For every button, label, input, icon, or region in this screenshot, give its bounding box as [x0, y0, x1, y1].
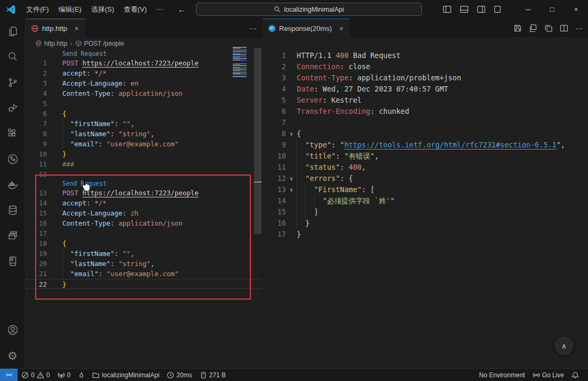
code-line[interactable]: 15 ] [263, 206, 588, 218]
more-actions-icon[interactable]: ··· [575, 24, 583, 32]
breadcrumb-symbol[interactable]: POST /people [75, 40, 124, 47]
code-line[interactable]: 13∨ "FirstName": [ [263, 184, 588, 195]
code-line[interactable]: 6Transfer-Encoding: chunked [263, 106, 588, 117]
token: [ [370, 185, 374, 194]
code-line[interactable]: 7 "firstName": "", [26, 119, 262, 129]
codelens-send-request[interactable]: Send Request [62, 50, 107, 57]
code-line[interactable]: 7 [263, 117, 588, 128]
sidebar-item-device-preview[interactable] [0, 249, 26, 274]
codelens-row[interactable]: Send Request [26, 49, 262, 58]
fold-icon[interactable]: ∨ [286, 173, 297, 184]
token: : Wed, 27 Dec 2023 07:40:57 GMT [314, 85, 448, 93]
copy-response-icon[interactable] [544, 24, 553, 32]
scroll-to-top-button[interactable]: ∧ [555, 337, 573, 355]
problems-status[interactable]: 0 0 [18, 369, 53, 381]
fold-spacer [286, 61, 297, 72]
indent-guide [297, 195, 297, 206]
sidebar-item-run-debug[interactable] [0, 95, 26, 121]
fold-icon[interactable]: ∨ [286, 184, 297, 195]
response-size-status[interactable]: 271 B [196, 369, 230, 381]
sidebar-item-source-control[interactable] [0, 70, 26, 95]
go-live-button[interactable]: Go Live [529, 369, 568, 381]
close-tab-icon[interactable]: × [74, 24, 80, 32]
code-line[interactable]: 3Accept-Language: en [26, 78, 262, 88]
code-line[interactable]: 12∨ "errors": { [263, 173, 588, 184]
token: , [130, 120, 135, 128]
ports-status[interactable]: 0 [54, 369, 75, 381]
sidebar-item-extensions[interactable] [0, 121, 26, 146]
customize-layout-icon[interactable] [492, 3, 504, 15]
toggle-panel-icon[interactable] [458, 3, 470, 15]
menu-item-view[interactable]: 查看(V) [119, 3, 151, 16]
indent-guide [297, 218, 297, 229]
minimap[interactable] [233, 47, 251, 116]
toggle-secondary-sidebar-icon[interactable] [475, 3, 487, 15]
code-line[interactable]: 3Content-Type: application/problem+json [263, 72, 588, 84]
maximize-icon[interactable]: □ [540, 0, 564, 19]
fold-icon[interactable]: ∨ [286, 128, 297, 139]
sidebar-item-docker[interactable] [0, 172, 26, 197]
code-line[interactable]: 1POST https://localhost:7223/people [26, 58, 262, 68]
token: Date [297, 85, 314, 93]
code-line[interactable]: 4Content-Type: application/json [26, 88, 262, 98]
hot-reload-status[interactable] [74, 369, 88, 381]
close-tab-icon[interactable]: × [338, 24, 345, 32]
tab-http-file[interactable]: http.http × [26, 19, 85, 37]
command-center-search[interactable]: localizingMinimalApi [196, 3, 422, 16]
code-line[interactable]: 10} [26, 149, 262, 159]
code-line[interactable]: 9 "type": "https://tools.ietf.org/html/r… [263, 139, 588, 151]
code-line[interactable]: 17} [263, 229, 588, 240]
line-number: 1 [263, 50, 286, 61]
token: : [362, 185, 370, 194]
tab-response[interactable]: Response(20ms) × [263, 19, 350, 37]
fold-spacer [286, 229, 297, 240]
code-line[interactable]: 11### [26, 159, 262, 169]
split-editor-icon[interactable] [560, 24, 568, 32]
sidebar-item-browser-preview[interactable] [0, 223, 26, 249]
code-line[interactable]: 14 "必须提供字段 `姓'" [263, 195, 588, 206]
code-line[interactable]: 10 "title": "有错误", [263, 151, 588, 162]
line-number: 6 [26, 109, 47, 119]
workspace-status[interactable]: localizingMinimalApi [88, 369, 163, 381]
minimize-icon[interactable]: ─ [516, 0, 540, 19]
menu-item-edit[interactable]: 编辑(E) [54, 3, 86, 16]
code-line[interactable]: 5 [26, 98, 262, 109]
response-time-status[interactable]: 20ms [163, 369, 195, 381]
code-text: Accept-Language: en [62, 78, 262, 88]
scrollbar-vertical[interactable] [254, 48, 262, 234]
code-line[interactable]: 8∨{ [263, 128, 588, 139]
rest-client-environment[interactable]: No Environment [476, 369, 529, 381]
code-line[interactable]: 2Connection: close [263, 61, 588, 72]
save-body-icon[interactable] [529, 24, 537, 32]
back-icon[interactable]: ← [178, 5, 186, 14]
settings-button[interactable]: ⚙ [0, 343, 26, 368]
code-line[interactable]: 5Server: Kestrel [263, 95, 588, 106]
menu-item-file[interactable]: 文件(F) [21, 3, 54, 16]
sidebar-item-database[interactable] [0, 197, 26, 223]
code-line[interactable]: 8 "lastName": "string", [26, 129, 262, 139]
menu-item-selection[interactable]: 选择(S) [86, 3, 119, 16]
more-actions-icon[interactable]: ··· [249, 24, 257, 32]
code-line[interactable]: 6{ [26, 109, 262, 119]
code-line[interactable]: 16 } [263, 218, 588, 229]
token: 400 [349, 163, 362, 171]
close-window-icon[interactable]: × [564, 0, 588, 19]
code-line[interactable]: 1HTTP/1.1 400 Bad Request [263, 50, 588, 61]
breadcrumb-file[interactable]: http.http [35, 40, 67, 47]
accounts-button[interactable] [0, 317, 26, 343]
sidebar-item-search[interactable] [0, 44, 26, 70]
sidebar-item-gitlens[interactable] [0, 146, 26, 172]
editor-response[interactable]: 1HTTP/1.1 400 Bad Request2Connection: cl… [263, 37, 588, 240]
code-text: POST https://localhost:7223/people [62, 58, 262, 68]
notifications-bell[interactable] [568, 369, 583, 381]
code-line[interactable]: 9 "email": "user@example.com" [26, 139, 262, 149]
token: : [123, 79, 130, 87]
remote-indicator[interactable]: >< [0, 369, 18, 381]
code-line[interactable]: 4Date: Wed, 27 Dec 2023 07:40:57 GMT [263, 84, 588, 95]
save-response-icon[interactable] [513, 24, 522, 32]
menu-more[interactable]: ··· [152, 3, 168, 16]
code-line[interactable]: 2accept: */* [26, 68, 262, 78]
toggle-sidebar-icon[interactable] [441, 3, 453, 15]
sidebar-item-explorer[interactable] [0, 19, 26, 44]
code-line[interactable]: 11 "status": 400, [263, 162, 588, 173]
